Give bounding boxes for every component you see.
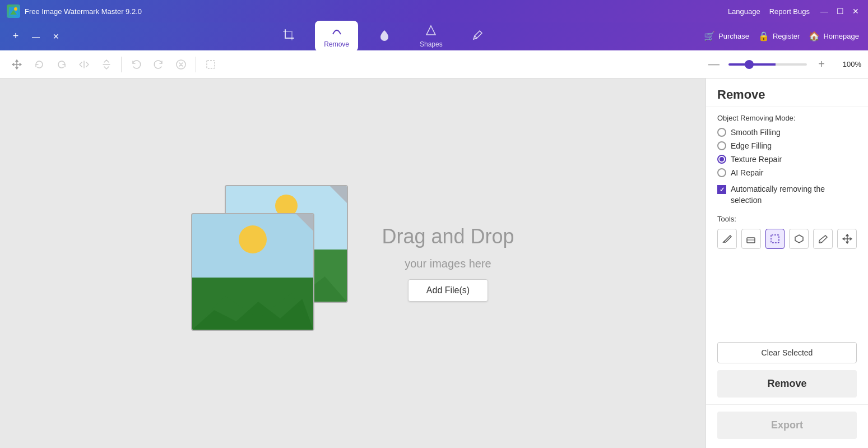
register-button[interactable]: 🔒 Register — [758, 31, 800, 41]
eyedropper-icon — [472, 29, 484, 44]
radio-label-texture: Texture Repair — [731, 155, 782, 164]
svg-rect-10 — [771, 235, 779, 243]
radio-label-edge: Edge Filling — [731, 141, 772, 150]
close-tab-button[interactable]: ✕ — [47, 27, 65, 45]
panel-header: Remove — [706, 78, 868, 107]
drag-title: Drag and Drop — [382, 225, 514, 248]
checkbox-box-auto — [717, 185, 726, 194]
maximize-button[interactable]: ☐ — [834, 6, 846, 17]
radio-ai[interactable]: AI Repair — [717, 168, 857, 177]
rotate-right-button[interactable] — [52, 54, 72, 75]
purchase-button[interactable]: 🛒 Purchase — [704, 31, 749, 41]
svg-rect-4 — [207, 61, 215, 68]
export-button[interactable]: Export — [717, 412, 857, 439]
home-icon: 🏠 — [809, 31, 820, 41]
menu-left: + — ✕ — [0, 27, 72, 45]
checkbox-label-auto: Automatically removing the selection — [731, 184, 857, 206]
tool-polygon[interactable] — [789, 229, 809, 249]
flip-vertical-button[interactable] — [96, 54, 117, 75]
corner-fold-front — [296, 214, 313, 231]
menu-bar: + — ✕ Remove — [0, 22, 868, 50]
toolbar-tabs: Remove Shapes — [72, 21, 695, 52]
rotate-left-button[interactable] — [29, 54, 49, 75]
flip-horizontal-button[interactable] — [74, 54, 94, 75]
crop-icon — [282, 29, 295, 44]
homepage-button[interactable]: 🏠 Homepage — [809, 31, 859, 41]
window-controls: — ☐ ✕ — [819, 6, 861, 17]
zoom-display: 100% — [836, 60, 861, 68]
right-panel: Remove Object Removing Mode: Smooth Fill… — [705, 78, 868, 448]
shapes-icon — [425, 24, 437, 39]
zoom-area: — + 100% — [704, 54, 861, 75]
tool-move[interactable] — [837, 229, 857, 249]
radio-label-ai: AI Repair — [731, 168, 763, 177]
tools-label: Tools: — [717, 215, 857, 223]
mode-label: Object Removing Mode: — [717, 114, 857, 122]
toolbar-separator-1 — [121, 57, 122, 72]
title-bar-left: Free Image Watermark Master 9.2.0 — [7, 4, 142, 18]
cart-icon: 🛒 — [704, 31, 715, 41]
minimize-tab-button[interactable]: — — [27, 27, 45, 45]
zoom-minus-button[interactable]: — — [704, 54, 724, 75]
close-image-button[interactable] — [171, 54, 191, 75]
select-rect-button[interactable] — [201, 54, 221, 75]
tools-section: Tools: — [706, 213, 868, 256]
tab-eyedropper[interactable] — [458, 25, 498, 47]
app-title: Free Image Watermark Master 9.2.0 — [25, 7, 142, 16]
app-icon — [7, 4, 20, 18]
title-bar-right: Language Report Bugs — ☐ ✕ — [728, 6, 861, 17]
add-files-button[interactable]: Add File(s) — [408, 279, 488, 302]
language-link[interactable]: Language — [728, 7, 760, 16]
svg-point-2 — [14, 7, 17, 11]
add-tab-button[interactable]: + — [7, 27, 25, 45]
radio-smooth[interactable]: Smooth Filling — [717, 128, 857, 137]
main-area: Drag and Drop your images here Add File(… — [0, 78, 868, 448]
tool-brush[interactable] — [813, 229, 833, 249]
zoom-slider[interactable] — [728, 63, 807, 66]
radio-edge[interactable]: Edge Filling — [717, 141, 857, 150]
zoom-plus-button[interactable]: + — [811, 54, 832, 75]
menu-right: 🛒 Purchase 🔒 Register 🏠 Homepage — [695, 31, 868, 41]
tab-shapes[interactable]: Shapes — [411, 21, 452, 52]
radio-circle-texture — [717, 155, 726, 164]
minimize-button[interactable]: — — [819, 6, 830, 17]
radio-texture[interactable]: Texture Repair — [717, 155, 857, 164]
auto-remove-checkbox[interactable]: Automatically removing the selection — [717, 184, 857, 206]
image-card-front — [191, 213, 314, 331]
tools-row — [717, 229, 857, 249]
tab-fill[interactable] — [365, 25, 404, 47]
fill-icon — [378, 29, 391, 44]
tab-remove[interactable]: Remove — [315, 21, 358, 52]
tool-pen[interactable] — [717, 229, 737, 249]
tab-remove-label: Remove — [324, 40, 349, 48]
radio-circle-ai — [717, 168, 726, 177]
drop-text-area: Drag and Drop your images here Add File(… — [382, 225, 514, 302]
canvas-area[interactable]: Drag and Drop your images here Add File(… — [0, 78, 705, 448]
mode-section: Object Removing Mode: Smooth Filling Edg… — [706, 107, 868, 213]
drop-zone: Drag and Drop your images here Add File(… — [191, 185, 514, 342]
panel-divider — [706, 404, 868, 405]
radio-group: Smooth Filling Edge Filling Texture Repa… — [717, 128, 857, 177]
lock-icon: 🔒 — [758, 31, 769, 41]
clear-selected-button[interactable]: Clear Selected — [717, 342, 857, 363]
move-tool-button[interactable] — [7, 54, 27, 75]
svg-marker-11 — [795, 235, 803, 243]
tab-crop[interactable] — [269, 25, 308, 47]
corner-fold-back — [330, 186, 347, 203]
remove-button[interactable]: Remove — [717, 370, 857, 398]
panel-spacer — [706, 256, 868, 338]
undo-button[interactable] — [126, 54, 146, 75]
tab-shapes-label: Shapes — [420, 40, 443, 48]
image-placeholder — [191, 185, 359, 342]
radio-circle-smooth — [717, 128, 726, 137]
secondary-toolbar: — + 100% — [0, 50, 868, 78]
remove-icon — [331, 24, 343, 39]
redo-button[interactable] — [148, 54, 169, 75]
sun-icon-front — [239, 225, 267, 253]
toolbar-separator-2 — [196, 57, 196, 72]
tool-rect[interactable] — [765, 229, 785, 249]
close-button[interactable]: ✕ — [850, 6, 861, 17]
report-bugs-link[interactable]: Report Bugs — [769, 7, 810, 16]
radio-circle-edge — [717, 141, 726, 150]
tool-eraser[interactable] — [741, 229, 761, 249]
